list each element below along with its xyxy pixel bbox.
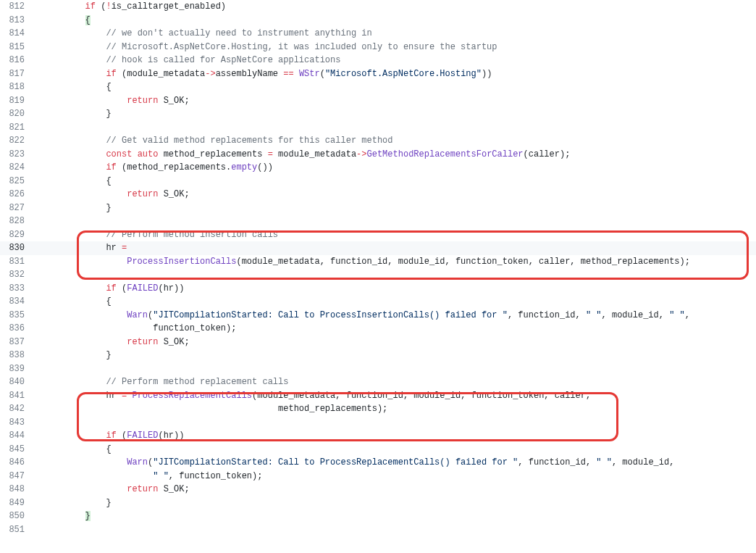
line-number: 843 (0, 416, 36, 430)
code-line: 833 if (FAILED(hr)) (0, 282, 756, 296)
line-number: 822 (0, 134, 36, 148)
code-content: } (36, 349, 756, 362)
code-line: 820 } (0, 107, 756, 121)
line-number: 824 (0, 161, 36, 175)
code-line: 812 if (!is_calltarget_enabled) (0, 0, 756, 14)
line-number: 851 (0, 523, 36, 537)
code-content: // Get valid method replacements for thi… (36, 134, 756, 148)
code-content (36, 416, 756, 430)
line-number: 832 (0, 268, 36, 282)
line-number: 815 (0, 41, 36, 54)
line-number: 849 (0, 496, 36, 510)
code-line: 842 method_replacements); (0, 402, 756, 416)
code-content: { (36, 443, 756, 457)
line-number: 833 (0, 282, 36, 296)
code-line: 850 } (0, 510, 756, 523)
code-content: if (FAILED(hr)) (36, 282, 756, 296)
code-line: 847 " ", function_token); (0, 470, 756, 483)
code-content: return S_OK; (36, 94, 756, 108)
code-content: // hook is called for AspNetCore applica… (36, 54, 756, 67)
code-content: const auto method_replacements = module_… (36, 148, 756, 162)
line-number: 814 (0, 27, 36, 41)
line-number: 825 (0, 175, 36, 188)
code-line: 815 // Microsoft.AspNetCore.Hosting, it … (0, 41, 756, 54)
line-number: 816 (0, 54, 36, 67)
line-number: 826 (0, 188, 36, 201)
code-content: // Microsoft.AspNetCore.Hosting, it was … (36, 41, 756, 54)
code-line: 814 // we don't actually need to instrum… (0, 27, 756, 41)
code-line: 838 } (0, 349, 756, 362)
code-content: function_token); (36, 322, 756, 336)
code-content: } (36, 510, 756, 523)
code-line: 827 } (0, 201, 756, 215)
line-number: 819 (0, 94, 36, 108)
code-line: 835 Warn("JITCompilationStarted: Call to… (0, 309, 756, 323)
code-line: 837 return S_OK; (0, 336, 756, 349)
line-number: 820 (0, 107, 36, 121)
code-content: " ", function_token); (36, 470, 756, 483)
line-number: 840 (0, 375, 36, 389)
line-number: 834 (0, 295, 36, 309)
code-content: return S_OK; (36, 483, 756, 496)
line-number: 831 (0, 255, 36, 269)
code-content: { (36, 295, 756, 309)
code-content: ProcessInsertionCalls(module_metadata, f… (36, 255, 756, 269)
code-line: 829 // Perform method insertion calls (0, 228, 756, 242)
code-line: 817 if (module_metadata->assemblyName ==… (0, 67, 756, 81)
code-line: 821 (0, 121, 756, 135)
code-content: } (36, 107, 756, 121)
line-number: 842 (0, 402, 36, 416)
code-content: { (36, 175, 756, 188)
code-line: 830 hr = (0, 241, 756, 255)
line-number: 830 (0, 241, 36, 255)
code-line: 822 // Get valid method replacements for… (0, 134, 756, 148)
code-content: if (FAILED(hr)) (36, 429, 756, 443)
line-number: 839 (0, 362, 36, 376)
code-line: 836 function_token); (0, 322, 756, 336)
line-number: 844 (0, 429, 36, 443)
code-line: 849 } (0, 496, 756, 510)
code-line: 843 (0, 416, 756, 430)
line-number: 829 (0, 228, 36, 242)
code-line: 834 { (0, 295, 756, 309)
code-line: 851 (0, 523, 756, 537)
code-line: 848 return S_OK; (0, 483, 756, 496)
line-number: 812 (0, 0, 36, 14)
code-line: 823 const auto method_replacements = mod… (0, 148, 756, 162)
code-content (36, 362, 756, 376)
line-number: 846 (0, 456, 36, 470)
code-line: 839 (0, 362, 756, 376)
line-number: 828 (0, 215, 36, 228)
line-number: 818 (0, 80, 36, 94)
code-content: } (36, 201, 756, 215)
code-line: 845 { (0, 443, 756, 457)
code-content: { (36, 14, 756, 28)
line-number: 838 (0, 349, 36, 362)
code-content: { (36, 80, 756, 94)
line-number: 813 (0, 14, 36, 28)
code-content: // we don't actually need to instrument … (36, 27, 756, 41)
code-content: return S_OK; (36, 188, 756, 201)
code-content: if (module_metadata->assemblyName == WSt… (36, 67, 756, 81)
line-number: 850 (0, 510, 36, 523)
code-content: hr = (36, 241, 756, 255)
code-content: // Perform method insertion calls (36, 228, 756, 242)
code-line: 844 if (FAILED(hr)) (0, 429, 756, 443)
code-content: // Perform method replacement calls (36, 375, 756, 389)
code-line: 846 Warn("JITCompilationStarted: Call to… (0, 456, 756, 470)
code-content: Warn("JITCompilationStarted: Call to Pro… (36, 309, 756, 323)
line-number: 827 (0, 201, 36, 215)
code-content (36, 268, 756, 282)
code-line: 826 return S_OK; (0, 188, 756, 201)
line-number: 847 (0, 470, 36, 483)
line-number: 841 (0, 389, 36, 403)
line-number: 821 (0, 121, 36, 135)
code-content: if (method_replacements.empty()) (36, 161, 756, 175)
code-content: hr = ProcessReplacementCalls(module_meta… (36, 389, 756, 403)
code-line: 841 hr = ProcessReplacementCalls(module_… (0, 389, 756, 403)
code-content: return S_OK; (36, 336, 756, 349)
line-number: 837 (0, 336, 36, 349)
code-line: 828 (0, 215, 756, 228)
code-line: 840 // Perform method replacement calls (0, 375, 756, 389)
code-content: Warn("JITCompilationStarted: Call to Pro… (36, 456, 756, 470)
